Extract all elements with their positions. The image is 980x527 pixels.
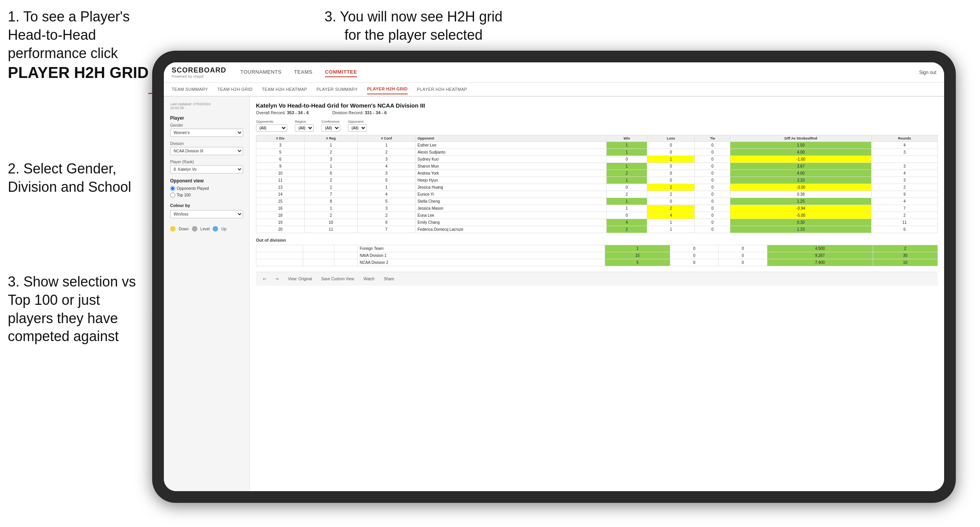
sub-nav: TEAM SUMMARY TEAM H2H GRID TEAM H2H HEAT… <box>164 83 944 97</box>
opponent-view-radio-group: Opponents Played Top 100 <box>170 186 243 198</box>
td-reg: 1 <box>305 163 357 170</box>
td-diff: 0.30 <box>730 219 872 226</box>
td-div: 10 <box>256 170 305 177</box>
region-select[interactable]: (All) <box>295 124 314 132</box>
td-reg: 6 <box>305 170 357 177</box>
overall-record-label: Overall Record: 353 - 34 - 6 <box>256 110 309 115</box>
division-label: Division <box>170 141 243 146</box>
toolbar-watch[interactable]: Watch <box>361 276 377 282</box>
td-loss: 0 <box>647 170 695 177</box>
td-name: Esther Lee <box>415 142 606 149</box>
td-diff: -1.00 <box>730 156 872 163</box>
td-rounds: 3 <box>872 163 938 170</box>
table-row: 11 2 5 Heejo Hyun 1 0 0 3.33 3 <box>256 177 938 184</box>
bottom-toolbar: ↩ ↪ View: Original Save Custom View Watc… <box>256 272 938 286</box>
td-div: 9 <box>256 163 305 170</box>
tablet-frame: SCOREBOARD Powered by clippd TOURNAMENTS… <box>152 51 956 503</box>
conference-select[interactable]: (All) <box>321 124 340 132</box>
toolbar-view-original[interactable]: View: Original <box>286 276 314 282</box>
td-reg: 2 <box>305 212 357 219</box>
td-win: 1 <box>606 177 647 184</box>
record-row: Overall Record: 353 - 34 - 6 Division Re… <box>256 110 938 115</box>
td-loss: 2 <box>647 205 695 212</box>
th-reg: # Reg <box>305 135 357 142</box>
out-of-division-table: Foreign Team 1 0 0 4.500 2 NAIA Division… <box>256 245 938 266</box>
table-row: 19 10 6 Emily Chang 4 1 0 0.30 11 <box>256 219 938 226</box>
table-row: 9 1 4 Sharon Mun 1 0 0 3.67 3 <box>256 163 938 170</box>
redo-btn[interactable]: ↪ <box>273 276 281 282</box>
ood-rounds: 10 <box>873 259 937 266</box>
player-section-title: Player <box>170 115 243 121</box>
subnav-player-h2h-heatmap[interactable]: PLAYER H2H HEATMAP <box>417 85 467 94</box>
td-name: Federica Domecq Lacroze <box>415 226 606 233</box>
legend-down-label: Down <box>179 227 189 231</box>
radio-top100[interactable]: Top 100 <box>170 193 243 198</box>
ood-win: 15 <box>605 252 670 259</box>
opponents-filter-label: Opponents: <box>256 120 287 124</box>
table-row: 16 1 3 Jessica Mason 1 2 0 -0.94 7 <box>256 205 938 212</box>
table-row: 10 6 3 Andrea York 2 0 0 4.00 4 <box>256 170 938 177</box>
td-loss: 0 <box>647 198 695 205</box>
table-row: 14 7 4 Eunice Yi 2 2 0 0.38 9 <box>256 191 938 198</box>
instruction-text-3: 3. You will now see H2H grid for the pla… <box>325 9 502 43</box>
subnav-team-summary[interactable]: TEAM SUMMARY <box>172 85 208 94</box>
nav-teams[interactable]: TEAMS <box>294 67 312 77</box>
filter-region: Region (All) <box>295 120 314 132</box>
division-record-label: Division Record: 331 - 34 - 6 <box>332 110 387 115</box>
td-rounds: 2 <box>872 184 938 191</box>
instruction-top-right: 3. You will now see H2H grid for the pla… <box>320 8 507 44</box>
undo-btn[interactable]: ↩ <box>261 276 268 282</box>
td-diff: 4.00 <box>730 170 872 177</box>
td-rounds: 11 <box>872 219 938 226</box>
td-win: 2 <box>606 170 647 177</box>
subnav-player-summary[interactable]: PLAYER SUMMARY <box>316 85 358 94</box>
td-conf: 1 <box>357 142 415 149</box>
nav-tournaments[interactable]: TOURNAMENTS <box>240 67 282 77</box>
td-tie: 0 <box>695 191 730 198</box>
player-rank-select[interactable]: 8. Katelyn Vo <box>170 165 243 173</box>
td-reg: 11 <box>305 226 357 233</box>
opponents-select[interactable]: (All) <box>256 124 287 132</box>
td-diff: 1.33 <box>730 226 872 233</box>
td-loss: 0 <box>647 149 695 156</box>
td-name: Euna Lee <box>415 212 606 219</box>
legend-up-dot <box>213 226 218 232</box>
subnav-team-h2h-heatmap[interactable]: TEAM H2H HEATMAP <box>262 85 307 94</box>
td-rounds: 4 <box>872 198 938 205</box>
subnav-team-h2h-grid[interactable]: TEAM H2H GRID <box>217 85 252 94</box>
sign-out-link[interactable]: Sign out <box>919 70 936 75</box>
td-tie: 0 <box>695 212 730 219</box>
table-row: 13 1 1 Jessica Huang 0 2 0 -3.00 2 <box>256 184 938 191</box>
table-row: 6 3 3 Sydney Kuo 0 1 0 -1.00 <box>256 156 938 163</box>
subnav-player-h2h-grid[interactable]: PLAYER H2H GRID <box>367 84 408 94</box>
td-name: Jessica Mason <box>415 205 606 212</box>
th-div: # Div <box>256 135 305 142</box>
toolbar-share[interactable]: Share <box>382 276 397 282</box>
ood-win: 1 <box>605 245 670 252</box>
nav-committee[interactable]: COMMITTEE <box>325 67 357 77</box>
toolbar-save-custom[interactable]: Save Custom View <box>319 276 357 282</box>
td-conf: 3 <box>357 170 415 177</box>
td-reg: 3 <box>305 156 357 163</box>
table-row: 5 2 2 Alexis Sudjianto 1 0 0 4.00 3 <box>256 149 938 156</box>
td-reg: 1 <box>305 205 357 212</box>
ood-loss: 0 <box>670 259 719 266</box>
td-rounds: 7 <box>872 205 938 212</box>
td-tie: 0 <box>695 184 730 191</box>
radio-opponents-played[interactable]: Opponents Played <box>170 186 243 191</box>
td-win: 1 <box>606 142 647 149</box>
td-conf: 1 <box>357 184 415 191</box>
ood-name: NAIA Division 1 <box>358 252 605 259</box>
ood-loss: 0 <box>670 245 719 252</box>
opponent-select[interactable]: (All) <box>348 124 367 132</box>
player-rank-label: Player (Rank) <box>170 160 243 164</box>
app-logo: SCOREBOARD <box>172 66 226 74</box>
ood-table-row: Foreign Team 1 0 0 4.500 2 <box>256 245 938 252</box>
instruction-bold: PLAYER H2H GRID <box>8 64 149 81</box>
td-loss: 2 <box>647 184 695 191</box>
ood-table-row: NAIA Division 1 15 0 0 9.267 30 <box>256 252 938 259</box>
gender-select[interactable]: Women's <box>170 129 243 137</box>
legend-down-dot <box>170 226 176 232</box>
colour-by-select[interactable]: Win/loss <box>170 210 243 218</box>
division-select[interactable]: NCAA Division III <box>170 147 243 155</box>
